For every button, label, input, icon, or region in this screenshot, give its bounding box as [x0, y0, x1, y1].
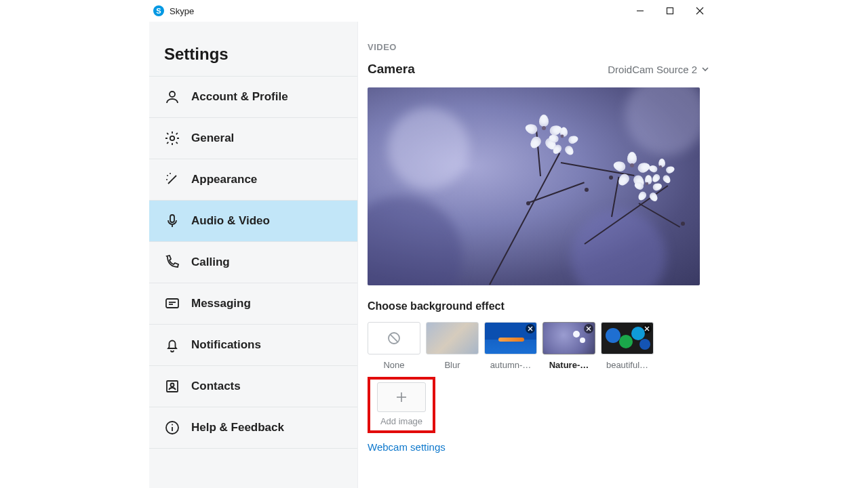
sidebar-item-calling[interactable]: Calling — [149, 242, 357, 283]
sidebar-item-label: Account & Profile — [191, 90, 288, 104]
bg-thumb-blur[interactable] — [426, 322, 479, 354]
svg-point-7 — [170, 173, 171, 174]
minimize-button[interactable] — [625, 1, 655, 20]
sidebar-item-account-profile[interactable]: Account & Profile — [149, 76, 357, 118]
background-effect-label: Choose background effect — [368, 300, 709, 312]
add-image-label: Add image — [380, 416, 422, 426]
camera-preview — [368, 87, 700, 285]
settings-sidebar: Settings Account & Profile General Appea… — [149, 22, 358, 488]
sidebar-item-label: Appearance — [191, 173, 257, 186]
svg-line-19 — [390, 334, 397, 342]
bg-caption: None — [383, 360, 404, 370]
bg-remove-button[interactable] — [584, 324, 593, 333]
add-image-highlight: Add image — [368, 377, 435, 433]
message-icon — [164, 296, 180, 312]
phone-icon — [164, 254, 180, 270]
sidebar-item-label: Messaging — [191, 297, 251, 310]
bg-caption: Blur — [444, 360, 460, 370]
svg-rect-9 — [170, 215, 174, 222]
bg-thumb-beautiful[interactable] — [601, 322, 654, 354]
chevron-down-icon — [701, 65, 709, 73]
window-title: Skype — [170, 6, 194, 16]
sidebar-item-messaging[interactable]: Messaging — [149, 283, 357, 325]
section-label-video: VIDEO — [368, 42, 709, 52]
camera-select[interactable]: DroidCam Source 2 — [608, 64, 709, 75]
bg-caption: autumn-… — [490, 360, 532, 370]
skype-settings-window: S Skype Settings Account & Profile — [149, 0, 719, 488]
sidebar-item-notifications[interactable]: Notifications — [149, 325, 357, 366]
camera-label: Camera — [368, 62, 415, 77]
bg-remove-button[interactable] — [526, 324, 535, 333]
bg-item-beautiful: beautiful… — [601, 322, 654, 370]
sidebar-item-contacts[interactable]: Contacts — [149, 366, 357, 407]
gear-icon — [164, 130, 180, 146]
wand-icon — [164, 171, 180, 188]
svg-point-8 — [166, 179, 167, 180]
close-button[interactable] — [685, 1, 715, 20]
svg-point-14 — [171, 384, 174, 387]
audio-video-panel: VIDEO Camera DroidCam Source 2 — [358, 22, 719, 488]
plus-icon — [394, 390, 409, 405]
svg-point-17 — [172, 424, 173, 426]
sidebar-item-appearance[interactable]: Appearance — [149, 159, 357, 201]
background-effect-row: None Blur autumn-… — [368, 322, 709, 370]
sidebar-item-label: Help & Feedback — [191, 421, 284, 434]
bg-thumb-none[interactable] — [368, 322, 420, 354]
bg-thumb-autumn[interactable] — [484, 322, 537, 354]
sidebar-item-label: Notifications — [191, 338, 261, 352]
maximize-button[interactable] — [655, 1, 685, 20]
bg-item-none: None — [368, 322, 420, 370]
sidebar-item-help-feedback[interactable]: Help & Feedback — [149, 407, 357, 449]
sidebar-item-general[interactable]: General — [149, 118, 357, 159]
info-icon — [164, 420, 180, 436]
bg-item-nature: Nature-… — [542, 322, 595, 370]
titlebar: S Skype — [149, 0, 719, 22]
svg-rect-10 — [166, 299, 178, 308]
sidebar-item-label: Contacts — [191, 380, 241, 393]
bg-item-autumn: autumn-… — [484, 322, 537, 370]
settings-heading: Settings — [149, 22, 357, 76]
add-image-button[interactable] — [377, 382, 426, 412]
sidebar-item-label: General — [191, 131, 234, 145]
sidebar-item-label: Audio & Video — [191, 214, 270, 228]
sidebar-item-label: Calling — [191, 256, 230, 269]
svg-point-5 — [170, 136, 174, 140]
bg-caption: beautiful… — [606, 360, 648, 370]
bg-caption: Nature-… — [549, 360, 589, 370]
bg-thumb-nature[interactable] — [542, 322, 595, 354]
svg-rect-1 — [667, 8, 673, 14]
microphone-icon — [164, 213, 180, 229]
prohibit-icon — [387, 331, 401, 346]
skype-icon: S — [153, 5, 164, 16]
webcam-settings-link[interactable]: Webcam settings — [368, 441, 446, 453]
contacts-icon — [164, 378, 180, 394]
svg-point-6 — [167, 175, 168, 176]
bell-icon — [164, 337, 180, 353]
svg-point-4 — [170, 92, 175, 97]
bg-item-blur: Blur — [426, 322, 479, 370]
sidebar-item-audio-video[interactable]: Audio & Video — [149, 201, 357, 242]
person-icon — [164, 89, 180, 105]
camera-selected-value: DroidCam Source 2 — [608, 64, 697, 75]
